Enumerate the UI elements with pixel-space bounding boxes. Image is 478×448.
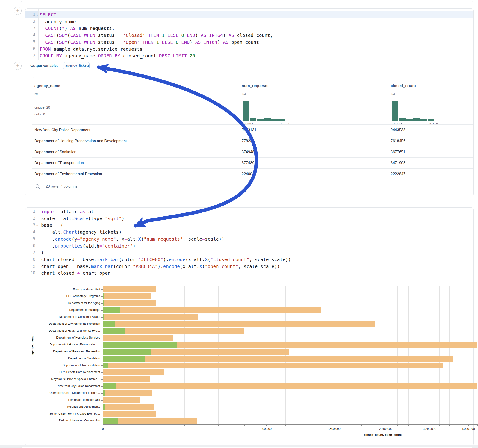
table-row[interactable]: Department of Environmental Protection22… <box>32 168 474 180</box>
search-icon[interactable] <box>35 184 41 189</box>
line-number: 1 <box>25 12 35 17</box>
code-text: CAST(SUM(CASE WHEN status = 'Open' THEN … <box>40 39 259 46</box>
python-code-editor[interactable]: 1import altair as alt2scale = alt.Scale(… <box>25 208 473 277</box>
column-stat-unique: unique: 20 <box>34 106 50 109</box>
code-text: .encode(y="agency_name", x=alt.X("num_re… <box>41 236 224 243</box>
histogram-bar <box>413 118 420 121</box>
table-cell: New York City Police Department <box>34 128 90 132</box>
line-number: 6 <box>25 47 35 51</box>
code-text: base = ( <box>41 222 63 229</box>
column-type-num-requests: i64 <box>242 92 246 96</box>
code-line[interactable]: 5 .encode(y="agency_name", x=alt.X("num_… <box>25 236 473 243</box>
histogram-bar <box>406 119 413 121</box>
line-number: 7 <box>25 53 35 58</box>
code-text: .properties(width="container") <box>41 243 135 249</box>
line-number: 8 <box>25 257 35 261</box>
histogram-num-requests <box>243 101 285 121</box>
gridline <box>477 286 477 424</box>
row-count-text: 20 rows, 4 columns <box>46 184 77 188</box>
code-text: chart_closed = base.mark_bar(color="#FFC… <box>41 256 291 263</box>
previous-cell-edge <box>21 0 473 2</box>
column-type-agency-name: str <box>34 92 38 96</box>
output-variable-label: Output variable: <box>31 64 58 68</box>
text-cursor <box>59 12 59 18</box>
table-footer[interactable]: 20 rows, 4 columns <box>32 182 170 192</box>
line-number: 10 <box>25 271 35 275</box>
code-line[interactable]: 4 alt.Chart(agency_tickets) <box>25 229 473 236</box>
histogram-bar <box>392 101 398 121</box>
column-header-agency-name[interactable]: agency_name <box>34 84 60 88</box>
histogram-bar <box>250 118 256 121</box>
code-line[interactable]: 2scale = alt.Scale(type="sqrt") <box>25 215 473 222</box>
table-cell: Department of Housing Preservation and D… <box>34 139 127 143</box>
table-body: New York City Police Department945313194… <box>32 124 474 180</box>
gutter-divider-py <box>39 208 39 278</box>
code-line[interactable]: 7) <box>25 249 473 256</box>
code-text: SELECT <box>40 12 56 19</box>
code-text: FROM sample_data.nyc.service_requests <box>40 46 143 53</box>
table-row[interactable]: Department of Housing Preservation and D… <box>32 136 474 147</box>
histogram-bar <box>271 119 278 121</box>
histogram-bar <box>278 119 285 121</box>
histogram-closed-count <box>392 101 433 121</box>
table-cell: Department of Sanitation <box>34 150 76 154</box>
line-number: 9 <box>25 264 35 268</box>
table-row[interactable]: Department of Transportation377489234719… <box>32 157 474 169</box>
fold-chevron-icon[interactable]: ⌄ <box>36 223 38 227</box>
table-cell: 3471908 <box>391 161 405 165</box>
histogram-bar <box>399 118 406 121</box>
code-line[interactable]: 1import altair as alt <box>25 208 473 215</box>
column-header-num-requests[interactable]: num_requests <box>242 84 268 88</box>
code-text: scale = alt.Scale(type="sqrt") <box>41 215 124 222</box>
add-cell-button-top[interactable]: + <box>14 7 22 15</box>
histogram-bar <box>420 119 427 121</box>
code-text: chart_open = base.mark_bar(color="#8BC34… <box>41 263 280 270</box>
line-number: 7 <box>25 250 35 255</box>
code-text: CAST(SUM(CASE WHEN status = 'Closed' THE… <box>40 32 273 39</box>
output-variable-row: Output variable: agency_tickets <box>25 60 473 73</box>
code-line[interactable]: 10chart_closed + chart_open <box>25 270 473 277</box>
table-cell: 3774892 <box>242 161 256 165</box>
result-table-card: agency_name str unique: 20 nulls: 0 num_… <box>32 77 474 180</box>
table-cell: 9443533 <box>391 128 405 132</box>
column-header-closed-count[interactable]: closed_count <box>391 84 416 88</box>
table-row[interactable]: New York City Police Department945313194… <box>32 124 474 136</box>
code-text: alt.Chart(agency_tickets) <box>41 229 121 236</box>
code-line[interactable]: 3⌄base = ( <box>25 222 473 229</box>
line-number: 1 <box>25 209 35 214</box>
histogram-bar <box>428 119 434 121</box>
code-text: ) <box>41 249 44 256</box>
code-text: GROUP BY agency_name ORDER BY closed_cou… <box>40 53 195 59</box>
table-row[interactable]: Department of Sanitation37494853677651 <box>32 147 474 158</box>
gutter-divider <box>38 8 39 60</box>
code-line[interactable]: 1⌄SELECT <box>25 11 473 18</box>
output-variable-pill[interactable]: agency_tickets <box>63 62 90 69</box>
line-number: 2 <box>25 19 35 24</box>
table-cell: 3749485 <box>242 150 256 154</box>
table-cell: 2222847 <box>391 172 405 176</box>
line-number: 2 <box>25 216 35 221</box>
table-header: agency_name str unique: 20 nulls: 0 num_… <box>32 77 474 124</box>
code-line[interactable]: 8chart_closed = base.mark_bar(color="#FF… <box>25 256 473 263</box>
histogram-bar <box>257 119 264 121</box>
line-number: 5 <box>25 236 35 241</box>
sql-code-editor[interactable]: 1⌄SELECT2 agency_name,3 COUNT(*) AS num_… <box>25 11 473 60</box>
code-line[interactable]: 3 COUNT(*) AS num_requests, <box>25 25 473 32</box>
line-number: 6 <box>25 243 35 248</box>
code-output-divider <box>25 278 473 278</box>
code-line[interactable]: 7GROUP BY agency_name ORDER BY closed_co… <box>25 52 473 59</box>
code-line[interactable]: 2 agency_name, <box>25 18 473 25</box>
sql-cell: 1⌄SELECT2 agency_name,3 COUNT(*) AS num_… <box>25 8 474 196</box>
notebook-page: + + 1⌄SELECT2 agency_name,3 COUNT(*) AS … <box>0 0 478 448</box>
code-line[interactable]: 6FROM sample_data.nyc.service_requests <box>25 46 473 53</box>
column-stat-nulls: nulls: 0 <box>34 112 45 116</box>
code-text: import altair as alt <box>41 208 97 215</box>
code-line[interactable]: 5 CAST(SUM(CASE WHEN status = 'Open' THE… <box>25 39 473 46</box>
code-line[interactable]: 9chart_open = base.mark_bar(color="#8BC3… <box>25 263 473 270</box>
table-cell: 7782211 <box>242 139 256 143</box>
add-cell-button-mid[interactable]: + <box>14 62 22 70</box>
code-line[interactable]: 4 CAST(SUM(CASE WHEN status = 'Closed' T… <box>25 32 473 39</box>
table-cell: 7618456 <box>391 139 405 143</box>
code-line[interactable]: 6 .properties(width="container") <box>25 243 473 249</box>
column-type-closed-count: i64 <box>391 92 395 96</box>
